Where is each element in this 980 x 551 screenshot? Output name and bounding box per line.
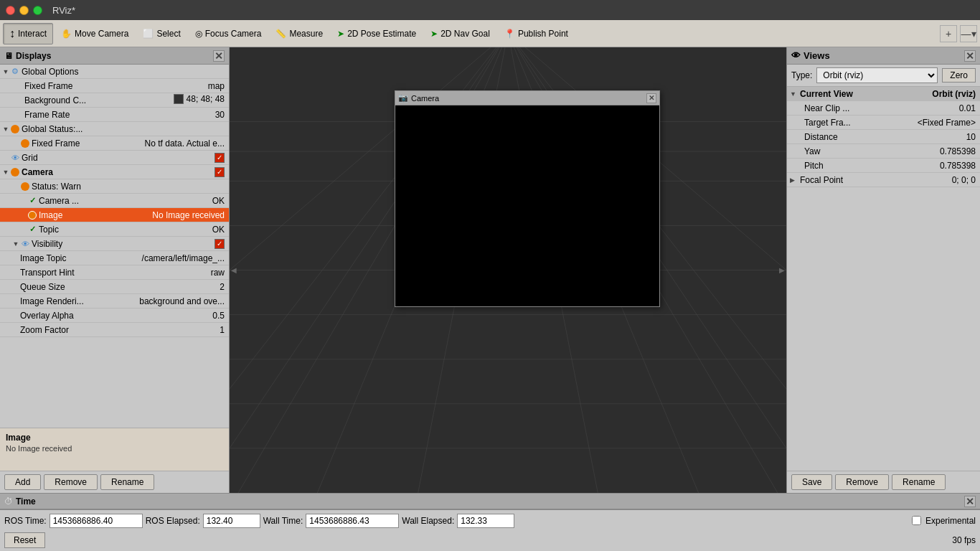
close-button[interactable] xyxy=(6,6,15,15)
camera-close-button[interactable]: ✕ xyxy=(646,93,656,103)
list-item[interactable]: Yaw 0.785398 xyxy=(787,144,980,159)
move-camera-button[interactable]: ✋ Move Camera xyxy=(55,23,135,44)
list-item[interactable]: Overlay Alpha 0.5 xyxy=(0,309,229,323)
maximize-button[interactable] xyxy=(33,6,42,15)
list-item[interactable]: Queue Size 2 xyxy=(0,280,229,294)
publish-point-label: Publish Point xyxy=(518,29,568,39)
ros-time-input[interactable] xyxy=(50,514,143,528)
displays-close-button[interactable]: ✕ xyxy=(213,50,225,62)
wall-elapsed-input[interactable] xyxy=(457,514,514,528)
tree-label: Pitch xyxy=(804,161,940,171)
tree-label: Zoom Factor xyxy=(20,325,220,335)
tree-label: Yaw xyxy=(804,146,940,156)
nav-goal-button[interactable]: ➤ 2D Nav Goal xyxy=(424,23,496,44)
resize-handle-left[interactable]: ◀ xyxy=(230,47,238,493)
list-item[interactable]: ▼ 👁 Visibility ✓ xyxy=(0,237,229,251)
camera-window: 📷 Camera ✕ xyxy=(395,90,660,307)
tree-label: Queue Size xyxy=(20,282,220,292)
list-item[interactable]: Background C... 48; 48; 48 xyxy=(0,93,229,108)
rename-button[interactable]: Rename xyxy=(100,474,154,490)
experimental-checkbox[interactable] xyxy=(912,516,921,525)
list-item[interactable]: Image Renderi... background and ove... xyxy=(0,294,229,309)
list-item[interactable]: ▼ ⚙ Global Options xyxy=(0,65,229,79)
tree-label: Image xyxy=(39,210,152,220)
reset-button[interactable]: Reset xyxy=(4,532,45,548)
type-row: Type: Orbit (rviz) Zero xyxy=(787,65,980,87)
ros-elapsed-input[interactable] xyxy=(203,514,260,528)
list-item[interactable]: ✓ Topic OK xyxy=(0,222,229,237)
toolbar-menu-button[interactable]: —▾ xyxy=(960,25,977,42)
tree-label: Visibility xyxy=(32,239,215,249)
focus-camera-label: Focus Camera xyxy=(205,29,262,39)
tree-label: Frame Rate xyxy=(24,110,215,120)
list-item[interactable]: Image No Image received xyxy=(0,208,229,222)
color-swatch xyxy=(174,94,184,104)
list-item[interactable]: Distance 10 xyxy=(787,130,980,144)
list-item[interactable]: ▼ Current View Orbit (rviz) xyxy=(787,87,980,101)
toolbar-end: + —▾ xyxy=(940,25,977,42)
checkbox[interactable]: ✓ xyxy=(215,167,225,177)
type-label: Type: xyxy=(791,70,812,80)
pose-estimate-label: 2D Pose Estimate xyxy=(347,29,416,39)
tree-value: 0.785398 xyxy=(940,146,977,156)
displays-tree: ▼ ⚙ Global Options Fixed Frame map Backg… xyxy=(0,65,229,428)
add-button[interactable]: Add xyxy=(4,474,41,490)
views-save-button[interactable]: Save xyxy=(791,474,832,490)
main-area: 🖥 Displays ✕ ▼ ⚙ Global Options Fixed Fr… xyxy=(0,47,980,493)
list-item[interactable]: Fixed Frame No tf data. Actual e... xyxy=(0,136,229,151)
ros-time-label: ROS Time: xyxy=(4,516,47,526)
list-item[interactable]: ▶ Focal Point 0; 0; 0 xyxy=(787,173,980,187)
displays-title: 🖥 Displays xyxy=(4,51,51,61)
zero-button[interactable]: Zero xyxy=(942,68,976,83)
list-item[interactable]: Fixed Frame map xyxy=(0,79,229,93)
list-item[interactable]: ✓ Camera ... OK xyxy=(0,194,229,208)
list-item[interactable]: Status: Warn xyxy=(0,179,229,194)
list-item[interactable]: 👁 Grid ✓ xyxy=(0,151,229,165)
time-close-button[interactable]: ✕ xyxy=(964,496,976,507)
views-buttons: Save Remove Rename xyxy=(787,471,980,493)
views-panel: 👁 Views ✕ Type: Orbit (rviz) Zero ▼ Curr… xyxy=(786,47,980,493)
interact-button[interactable]: ↕ Interact xyxy=(3,23,53,44)
minimize-button[interactable] xyxy=(19,6,29,15)
list-item[interactable]: ▼ Camera ✓ xyxy=(0,165,229,179)
select-button[interactable]: ⬜ Select xyxy=(136,23,187,44)
type-select[interactable]: Orbit (rviz) xyxy=(816,67,938,83)
tree-value: 0.5 xyxy=(212,311,227,321)
publish-point-button[interactable]: 📍 Publish Point xyxy=(498,23,575,44)
tree-arrow xyxy=(19,211,27,220)
resize-handle-right[interactable]: ▶ xyxy=(778,47,786,493)
time-title: Time xyxy=(16,496,36,507)
tree-arrow: ▼ xyxy=(1,67,10,76)
gear-icon: ⚙ xyxy=(10,67,20,77)
views-rename-button[interactable]: Rename xyxy=(892,474,946,490)
tree-value: 1 xyxy=(220,325,227,335)
views-close-button[interactable]: ✕ xyxy=(964,50,976,62)
list-item[interactable]: Image Topic /camera/left/image_... xyxy=(0,251,229,265)
list-item[interactable]: Transport Hint raw xyxy=(0,265,229,280)
ros-elapsed-label: ROS Elapsed: xyxy=(146,516,200,526)
wall-time-input[interactable] xyxy=(306,514,399,528)
tree-value: 0.01 xyxy=(959,103,977,113)
list-item[interactable]: ▼ Global Status:... xyxy=(0,122,229,136)
info-text: No Image received xyxy=(6,444,223,453)
viewport[interactable]: ◀ ▶ 📷 Camera ✕ xyxy=(230,47,786,493)
list-item[interactable]: Frame Rate 30 xyxy=(0,108,229,122)
list-item[interactable]: Target Fra... <Fixed Frame> xyxy=(787,116,980,130)
checkbox[interactable]: ✓ xyxy=(215,239,225,249)
pose-estimate-icon: ➤ xyxy=(337,29,344,39)
measure-button[interactable]: 📏 Measure xyxy=(269,23,329,44)
views-remove-button[interactable]: Remove xyxy=(835,474,889,490)
checkbox[interactable]: ✓ xyxy=(215,153,225,163)
measure-label: Measure xyxy=(289,29,323,39)
remove-button[interactable]: Remove xyxy=(44,474,98,490)
pose-estimate-button[interactable]: ➤ 2D Pose Estimate xyxy=(331,23,423,44)
tree-arrow xyxy=(11,283,20,291)
list-item[interactable]: Near Clip ... 0.01 xyxy=(787,101,980,116)
tree-value: Orbit (rviz) xyxy=(932,89,977,99)
add-display-button[interactable]: + xyxy=(940,25,957,42)
focus-camera-button[interactable]: ◎ Focus Camera xyxy=(189,23,268,44)
list-item[interactable]: Pitch 0.785398 xyxy=(787,159,980,173)
list-item[interactable]: Zoom Factor 1 xyxy=(0,323,229,337)
tree-label: Image Renderi... xyxy=(20,296,139,306)
eye-icon: 👁 xyxy=(10,153,20,163)
